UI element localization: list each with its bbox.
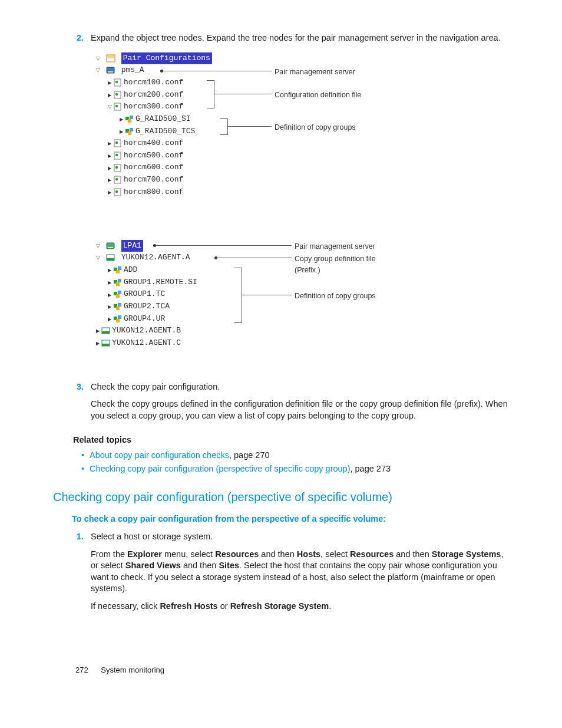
expand-icon[interactable] bbox=[106, 90, 113, 100]
group-icon bbox=[113, 266, 123, 274]
step-title: Check the copy pair configuration. bbox=[91, 381, 509, 393]
copy-group[interactable]: G_RAID500_TCS bbox=[135, 127, 195, 136]
step-title: Select a host or storage system. bbox=[91, 531, 509, 543]
related-topics-list: About copy pair configuration checks, pa… bbox=[79, 450, 509, 475]
step-body: Check the copy pair configuration. Check… bbox=[91, 381, 509, 428]
agent-node[interactable]: YUKON12.AGENT.B bbox=[112, 326, 181, 335]
expand-icon[interactable] bbox=[106, 302, 113, 311]
folder-icon bbox=[106, 54, 115, 62]
copy-group[interactable]: GROUP1.TC bbox=[124, 289, 165, 298]
expand-icon[interactable] bbox=[106, 187, 113, 197]
conf-file[interactable]: horcm600.conf bbox=[124, 163, 183, 172]
related-link[interactable]: About copy pair configuration checks bbox=[90, 450, 229, 460]
conf-file[interactable]: horcm100.conf bbox=[124, 78, 183, 87]
agent-icon bbox=[101, 339, 111, 347]
group-icon bbox=[113, 315, 123, 323]
conf-file[interactable]: horcm300.conf bbox=[124, 102, 183, 111]
copy-group[interactable]: G_RAID500_SI bbox=[135, 114, 191, 123]
expand-icon[interactable] bbox=[94, 326, 101, 335]
file-icon bbox=[113, 78, 123, 87]
file-icon bbox=[113, 151, 123, 160]
copy-group[interactable]: ADD bbox=[124, 265, 137, 274]
conf-file[interactable]: horcm400.conf bbox=[124, 139, 183, 147]
section-heading: Checking copy pair configuration (perspe… bbox=[53, 489, 509, 505]
page-footer: 272 System monitoring bbox=[65, 665, 509, 676]
step-body: Expand the object tree nodes. Expand the… bbox=[91, 32, 509, 377]
server-node[interactable]: pms_A bbox=[121, 65, 144, 74]
related-topic-item: About copy pair configuration checks, pa… bbox=[90, 450, 509, 462]
file-icon bbox=[113, 164, 123, 172]
agent-icon bbox=[101, 327, 111, 335]
file-icon bbox=[113, 188, 123, 196]
expand-icon[interactable] bbox=[106, 102, 113, 111]
step-detail-2: If necessary, click Refresh Hosts or Ref… bbox=[91, 601, 509, 612]
annot-conf-file: Configuration definition file bbox=[275, 90, 361, 101]
expand-icon[interactable] bbox=[106, 78, 113, 87]
expand-icon[interactable] bbox=[94, 338, 101, 348]
step-text: Expand the object tree nodes. Expand the… bbox=[91, 32, 509, 44]
group-icon bbox=[113, 278, 123, 286]
step-body: Select a host or storage system. From th… bbox=[91, 531, 509, 618]
file-icon bbox=[113, 139, 123, 147]
expand-icon[interactable] bbox=[106, 278, 113, 287]
tree-diagram-2: LPA1 YUKON12.AGENT.A ADD GROUP1.REMOTE.S… bbox=[94, 240, 509, 364]
agent-icon bbox=[106, 253, 115, 262]
root-node[interactable]: Pair Configurations bbox=[121, 52, 212, 64]
agent-node[interactable]: YUKON12.AGENT.C bbox=[112, 338, 181, 347]
step-detail: Check the copy groups defined in the con… bbox=[91, 398, 509, 421]
group-icon bbox=[125, 115, 134, 123]
server-icon bbox=[106, 66, 115, 74]
expand-icon[interactable] bbox=[106, 175, 113, 185]
expand-icon[interactable] bbox=[106, 265, 113, 275]
related-link[interactable]: Checking copy pair configuration (perspe… bbox=[90, 464, 350, 473]
group-icon bbox=[113, 290, 123, 298]
page-number: 272 bbox=[75, 665, 88, 676]
step-number: 3. bbox=[65, 381, 91, 428]
related-topic-item: Checking copy pair configuration (perspe… bbox=[90, 463, 509, 475]
step-number: 2. bbox=[65, 32, 91, 377]
expand-icon[interactable] bbox=[118, 127, 125, 136]
conf-file[interactable]: horcm200.conf bbox=[124, 90, 183, 99]
annot-server-2: Pair management server bbox=[295, 241, 375, 252]
server-icon bbox=[106, 242, 115, 250]
copy-group[interactable]: GROUP1.REMOTE.SI bbox=[124, 278, 197, 286]
agent-node[interactable]: YUKON12.AGENT.A bbox=[121, 253, 190, 262]
expand-icon[interactable] bbox=[106, 290, 113, 299]
section-steps: 1. Select a host or storage system. From… bbox=[65, 531, 509, 618]
step-detail: From the Explorer menu, select Resources… bbox=[91, 549, 509, 595]
expand-icon[interactable] bbox=[94, 241, 101, 251]
expand-icon[interactable] bbox=[94, 65, 101, 75]
file-icon bbox=[113, 103, 123, 111]
chapter-name: System monitoring bbox=[101, 665, 164, 676]
file-icon bbox=[113, 91, 123, 99]
expand-icon[interactable] bbox=[94, 54, 101, 63]
annot-copy-groups-2: Definition of copy groups bbox=[295, 291, 376, 302]
group-icon bbox=[125, 127, 134, 136]
annot-copy-groups: Definition of copy groups bbox=[275, 122, 356, 133]
conf-file[interactable]: horcm500.conf bbox=[124, 151, 183, 160]
annot-def-file: Copy group definition file(Prefix ) bbox=[295, 253, 376, 276]
group-icon bbox=[113, 302, 123, 311]
expand-icon[interactable] bbox=[106, 139, 113, 148]
expand-icon[interactable] bbox=[106, 314, 113, 324]
annot-server: Pair management server bbox=[275, 67, 355, 78]
steps-top: 2. Expand the object tree nodes. Expand … bbox=[65, 32, 509, 427]
root-node-2[interactable]: LPA1 bbox=[121, 240, 143, 252]
expand-icon[interactable] bbox=[94, 253, 101, 262]
conf-file[interactable]: horcm800.conf bbox=[124, 187, 183, 196]
expand-icon[interactable] bbox=[118, 114, 125, 124]
expand-icon[interactable] bbox=[106, 163, 113, 173]
related-topics-heading: Related topics bbox=[73, 434, 509, 446]
file-icon bbox=[113, 176, 123, 184]
section-lead: To check a copy pair configuration from … bbox=[72, 513, 509, 525]
copy-group[interactable]: GROUP2.TCA bbox=[124, 302, 170, 311]
copy-group[interactable]: GROUP4.UR bbox=[124, 314, 165, 323]
step-number: 1. bbox=[65, 531, 91, 618]
conf-file[interactable]: horcm700.conf bbox=[124, 175, 183, 184]
expand-icon[interactable] bbox=[106, 151, 113, 160]
tree-diagram-1: Pair Configurations pms_A horcm100.conf … bbox=[94, 52, 509, 223]
